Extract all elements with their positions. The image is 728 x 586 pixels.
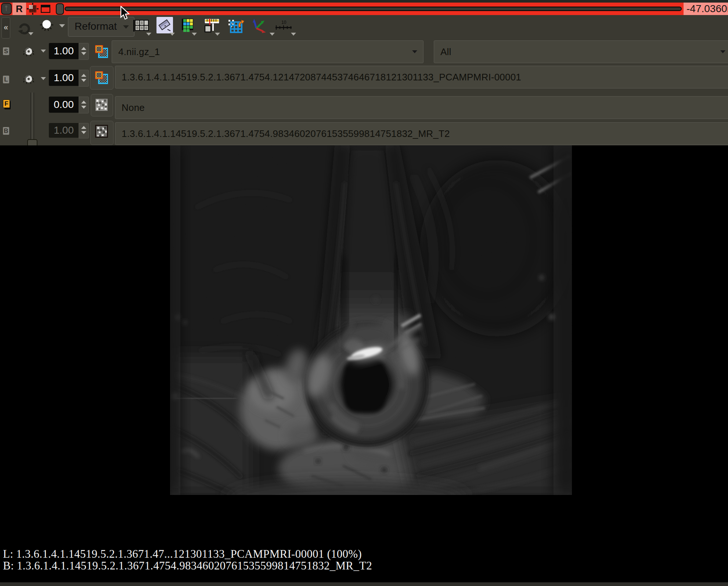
svg-text:10: 10: [281, 20, 286, 25]
